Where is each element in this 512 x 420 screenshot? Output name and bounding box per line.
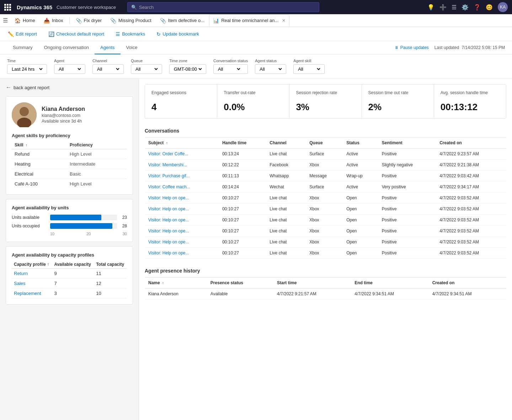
- tab-ongoing[interactable]: Ongoing conversation: [38, 41, 95, 54]
- filter-agent-select[interactable]: All: [54, 64, 85, 74]
- conversations-scroll[interactable]: Subject ↑ Handle time Channel Queue Stat…: [145, 138, 506, 259]
- conv-created: 4/7/2022 9:21:38 AM: [436, 159, 506, 170]
- filter-conv-status-select[interactable]: All: [213, 64, 248, 74]
- conv-subject-link[interactable]: Visitor: Coffee mach...: [145, 181, 219, 192]
- skill-proficiency: Intermediate: [67, 159, 127, 169]
- filter-time-dropdown[interactable]: Last 24 hrs Last 7 days Last 30 days: [10, 66, 44, 72]
- tab-close-icon[interactable]: ✕: [282, 18, 286, 23]
- bookmarks-button[interactable]: ☰ Bookmarks: [113, 30, 147, 38]
- axis-label-10: 10: [50, 232, 54, 236]
- metric-card: Avg. session handle time00:13:12: [434, 85, 506, 118]
- conv-handle-time: 00:13:24: [219, 148, 266, 159]
- settings-icon[interactable]: ⚙️: [462, 4, 469, 11]
- tab-inbox-label: Inbox: [52, 18, 63, 23]
- cap-sort-icon[interactable]: ↑: [47, 262, 49, 267]
- filter-time-label: Time: [7, 59, 47, 63]
- conv-subject-link[interactable]: Visitor: Help on ope...: [145, 203, 219, 214]
- conv-col-queue: Queue: [306, 138, 343, 149]
- capacity-profile-link[interactable]: Replacement: [12, 289, 52, 298]
- filter-timezone-dropdown[interactable]: GMT-08:00 GMT-05:00 UTC: [172, 66, 203, 72]
- conv-sort-subject[interactable]: ↑: [166, 141, 168, 145]
- add-icon[interactable]: ➕: [439, 4, 447, 11]
- edit-report-button[interactable]: ✏️ Edit report: [6, 30, 39, 38]
- search-bar[interactable]: 🔍: [127, 2, 319, 12]
- conv-subject-link[interactable]: Visitor: Purchase gif...: [145, 170, 219, 181]
- menu-icon[interactable]: ☰: [452, 4, 457, 11]
- user-avatar[interactable]: KA: [498, 2, 508, 12]
- filter-channel: Channel All: [92, 59, 124, 74]
- svg-point-1: [20, 107, 29, 116]
- tab-agents[interactable]: Agents: [95, 41, 120, 54]
- filter-agent-skill-select[interactable]: All: [293, 64, 325, 74]
- conv-channel: Whatsapp: [266, 170, 306, 181]
- agent-avatar: [12, 102, 37, 127]
- filter-agent-skill-dropdown[interactable]: All: [297, 66, 321, 72]
- conv-queue: Message: [306, 170, 343, 181]
- tab-home[interactable]: 🏠 Home: [11, 15, 39, 27]
- help-icon[interactable]: ❓: [474, 4, 481, 11]
- search-input[interactable]: [139, 5, 315, 10]
- filter-time-select[interactable]: Last 24 hrs Last 7 days Last 30 days: [7, 64, 47, 74]
- filter-queue-select[interactable]: All: [131, 64, 162, 74]
- report-icon: 📊: [213, 18, 219, 23]
- lightbulb-icon[interactable]: 💡: [427, 4, 434, 11]
- sort-icon[interactable]: ↑: [26, 143, 27, 147]
- conv-subject-link[interactable]: Visitor: Order Coffe...: [145, 148, 219, 159]
- metric-title: Session rejection rate: [296, 90, 355, 96]
- conv-subject-link[interactable]: Visitor: Help on ope...: [145, 214, 219, 225]
- hamburger-icon[interactable]: ☰: [3, 17, 8, 24]
- app-grid-icon[interactable]: [4, 4, 11, 11]
- last-updated-value: 7/14/2022 5:08: 15 PM: [462, 45, 505, 50]
- conv-subject-link[interactable]: Visitor: Help on ope...: [145, 192, 219, 203]
- tab-summary[interactable]: Summary: [7, 41, 38, 54]
- conv-sentiment: Positive: [378, 148, 436, 159]
- update-bookmark-button[interactable]: ↻ Update bookmark: [154, 30, 201, 38]
- back-link[interactable]: ← back agent report: [6, 84, 133, 91]
- table-row: Visitor: Order Coffe... 00:13:24 Live ch…: [145, 148, 506, 159]
- filter-agent-dropdown[interactable]: All: [57, 66, 82, 72]
- filter-conv-status-dropdown[interactable]: All: [217, 66, 241, 72]
- metric-title: Session time out rate: [368, 90, 427, 96]
- left-panel: ← back agent report Kiana Anderson kiana…: [0, 79, 139, 420]
- filter-agent-status-select[interactable]: All: [255, 64, 286, 74]
- conv-status: Open: [343, 236, 378, 247]
- back-arrow-icon: ←: [6, 84, 11, 91]
- conv-created: 4/7/2022 9:03:52 AM: [436, 247, 506, 258]
- tab-divider-1: [69, 17, 70, 24]
- conv-channel: Live chat: [266, 236, 306, 247]
- feedback-icon[interactable]: 😊: [486, 4, 493, 11]
- pause-updates-button[interactable]: ⏸ Pause updates: [394, 45, 429, 50]
- pres-sort-name[interactable]: ↑: [162, 281, 164, 285]
- tab-missing-product[interactable]: 📎 Missing Product: [106, 15, 155, 27]
- conv-subject-link[interactable]: Visitor: Help on ope...: [145, 236, 219, 247]
- checkout-report-button[interactable]: 🔄 Checkout default report: [46, 30, 106, 38]
- tab-inbox[interactable]: 📥 Inbox: [40, 15, 67, 27]
- conv-subject-link[interactable]: Visitor: Membershi...: [145, 159, 219, 170]
- filter-channel-select[interactable]: All: [92, 64, 124, 74]
- checkout-report-label: Checkout default report: [56, 31, 104, 37]
- presence-scroll[interactable]: Name ↑ Presence status Start time End ti…: [145, 278, 506, 300]
- skill-proficiency: High Level: [67, 179, 127, 189]
- conv-handle-time: 00:14:24: [219, 181, 266, 192]
- table-row: Kiana Anderson Available 4/7/2022 9:21:5…: [145, 288, 506, 299]
- tab-fix-dryer[interactable]: 📎 Fix dryer: [72, 15, 106, 27]
- filter-agent-status-dropdown[interactable]: All: [258, 66, 283, 72]
- filter-channel-dropdown[interactable]: All: [96, 66, 121, 72]
- table-row: Visitor: Purchase gif... 00:11:13 Whatsa…: [145, 170, 506, 181]
- conv-subject-link[interactable]: Visitor: Help on ope...: [145, 247, 219, 258]
- top-nav: Dynamics 365 Customer service workspace …: [0, 0, 512, 14]
- conv-sentiment: Positive: [378, 203, 436, 214]
- capacity-profile-link[interactable]: Sales: [12, 279, 52, 289]
- tab-realtime-report[interactable]: 📊 Real time omnichannel an... ✕: [209, 15, 289, 27]
- metric-value: 3%: [296, 102, 355, 113]
- table-row: Replacement310: [12, 289, 127, 298]
- conv-subject-link[interactable]: Visitor: Help on ope...: [145, 225, 219, 236]
- filter-time: Time Last 24 hrs Last 7 days Last 30 day…: [7, 59, 47, 74]
- capacity-profile-link[interactable]: Return: [12, 269, 52, 279]
- tab-item-defective[interactable]: 📎 Item defective o...: [156, 15, 209, 27]
- filter-timezone-select[interactable]: GMT-08:00 GMT-05:00 UTC: [169, 64, 206, 74]
- cap-col-profile: Capacity profile ↑: [12, 260, 52, 269]
- tab-voice[interactable]: Voice: [121, 41, 143, 54]
- tab-summary-label: Summary: [13, 45, 33, 50]
- filter-queue-dropdown[interactable]: All: [134, 66, 159, 72]
